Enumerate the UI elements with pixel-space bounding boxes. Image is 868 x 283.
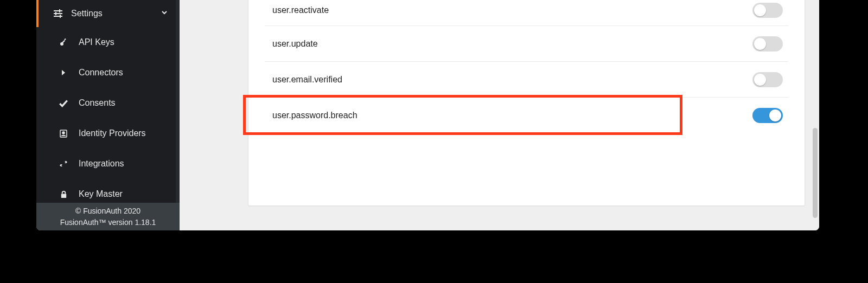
- event-toggle-user-reactivate[interactable]: [752, 3, 783, 18]
- footer-copyright: © FusionAuth 2020: [75, 205, 141, 216]
- event-row: user.email.verified: [265, 61, 788, 97]
- sidebar: Settings API Keys Connectors: [36, 0, 180, 230]
- event-label: user.password.breach: [265, 111, 358, 120]
- sidebar-item-label: API Keys: [79, 37, 114, 47]
- svg-point-11: [62, 132, 65, 134]
- event-row: user.update: [265, 25, 788, 61]
- sliders-icon: [53, 8, 63, 19]
- sidebar-header-settings[interactable]: Settings: [36, 0, 176, 27]
- chevron-down-icon: [161, 9, 168, 18]
- key-icon: [58, 37, 69, 48]
- svg-rect-12: [61, 194, 66, 198]
- sidebar-scroll: API Keys Connectors Consents Identity Pr…: [36, 27, 176, 203]
- sidebar-item-api-keys[interactable]: API Keys: [36, 27, 176, 57]
- event-toggle-user-password-breach[interactable]: [752, 108, 783, 123]
- event-label: user.email.verified: [265, 75, 342, 85]
- event-label: user.update: [265, 39, 318, 49]
- sidebar-item-key-master[interactable]: Key Master: [36, 179, 176, 203]
- scrollbar-thumb[interactable]: [813, 128, 818, 218]
- sidebar-item-label: Connectors: [79, 68, 123, 78]
- chevron-right-icon: [58, 67, 69, 78]
- check-icon: [58, 98, 69, 108]
- event-label: user.reactivate: [265, 5, 329, 15]
- sidebar-item-integrations[interactable]: Integrations: [36, 149, 176, 179]
- main-area: user.reactivate user.update user.email.v…: [180, 0, 819, 230]
- event-toggle-user-update[interactable]: [752, 36, 783, 52]
- app-window: Settings API Keys Connectors: [36, 0, 819, 230]
- sidebar-header-label: Settings: [71, 9, 103, 18]
- event-row: user.password.breach: [265, 97, 788, 133]
- vertical-scrollbar[interactable]: [813, 1, 818, 227]
- svg-rect-7: [62, 40, 66, 44]
- svg-rect-0: [54, 10, 62, 11]
- sidebar-item-label: Consents: [79, 98, 116, 108]
- svg-rect-3: [59, 9, 60, 12]
- sidebar-item-label: Key Master: [79, 189, 123, 199]
- svg-rect-5: [60, 15, 61, 18]
- sidebar-item-consents[interactable]: Consents: [36, 88, 176, 118]
- svg-rect-1: [54, 13, 62, 14]
- svg-rect-4: [55, 12, 56, 15]
- exchange-icon: [58, 158, 69, 169]
- sidebar-item-label: Identity Providers: [79, 128, 146, 138]
- sidebar-item-connectors[interactable]: Connectors: [36, 57, 176, 88]
- svg-rect-8: [64, 38, 66, 41]
- svg-marker-9: [62, 70, 65, 75]
- id-card-icon: [58, 128, 69, 139]
- lock-icon: [58, 189, 69, 200]
- sidebar-item-label: Integrations: [79, 159, 124, 169]
- event-toggle-user-email-verified[interactable]: [752, 72, 783, 87]
- sidebar-item-identity-providers[interactable]: Identity Providers: [36, 118, 176, 149]
- event-row: user.reactivate: [265, 0, 788, 25]
- svg-rect-2: [54, 16, 62, 17]
- footer-version: FusionAuth™ version 1.18.1: [60, 217, 156, 228]
- sidebar-footer: © FusionAuth 2020 FusionAuth™ version 1.…: [36, 203, 180, 230]
- events-card: user.reactivate user.update user.email.v…: [248, 0, 805, 206]
